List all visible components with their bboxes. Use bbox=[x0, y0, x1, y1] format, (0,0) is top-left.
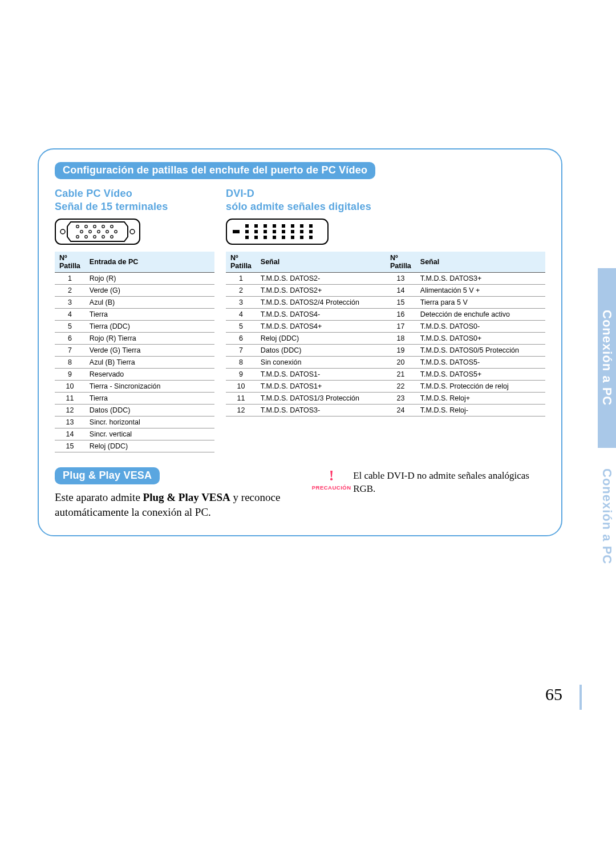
table-row: 6Reloj (DDC) bbox=[226, 333, 386, 345]
pin-signal: Tierra bbox=[85, 393, 214, 405]
svg-rect-30 bbox=[264, 230, 267, 233]
svg-rect-35 bbox=[309, 230, 313, 233]
pin-signal: Rojo (R) bbox=[85, 273, 214, 285]
vga-title: Cable PC Vídeo Señal de 15 terminales bbox=[55, 187, 214, 213]
pin-signal: Reservado bbox=[85, 369, 214, 381]
pin-number: 8 bbox=[55, 357, 85, 369]
pin-number: 24 bbox=[386, 405, 416, 417]
caution-label: PRECAUCIÓN bbox=[312, 484, 351, 491]
svg-rect-19 bbox=[233, 230, 240, 233]
table-row: 2T.M.D.S. DATOS2+ bbox=[226, 285, 386, 297]
table-row: 24T.M.D.S. Reloj- bbox=[386, 405, 545, 417]
pin-number: 19 bbox=[386, 345, 416, 357]
dvi-pin-table-right: Nº Patilla Señal 13T.M.D.S. DATOS3+14Ali… bbox=[386, 252, 545, 417]
pin-signal: Tierra bbox=[85, 309, 214, 321]
table-row: 13Sincr. horizontal bbox=[55, 417, 214, 428]
pin-signal: Alimentación 5 V + bbox=[416, 285, 545, 297]
pin-signal: T.M.D.S. DATOS2/4 Protección bbox=[256, 297, 386, 309]
dvi-th-sig2: Señal bbox=[416, 252, 545, 273]
pin-number: 1 bbox=[226, 273, 256, 285]
pin-signal: Verde (G) bbox=[85, 285, 214, 297]
pin-number: 11 bbox=[55, 393, 85, 405]
pin-number: 6 bbox=[55, 333, 85, 345]
svg-rect-43 bbox=[309, 236, 313, 239]
pin-signal: T.M.D.S. DATOS1+ bbox=[256, 381, 386, 393]
table-row: 8Azul (B) Tierra bbox=[55, 357, 214, 369]
table-row: 1Rojo (R) bbox=[55, 273, 214, 285]
table-row: 22T.M.D.S. Protección de reloj bbox=[386, 381, 545, 393]
svg-rect-22 bbox=[264, 224, 267, 228]
table-row: 4T.M.D.S. DATOS4- bbox=[226, 309, 386, 321]
pin-number: 21 bbox=[386, 369, 416, 381]
vga-th-pin: Nº Patilla bbox=[55, 252, 85, 273]
pin-signal: Sincr. horizontal bbox=[85, 417, 214, 428]
side-tab-active-label: Conexión a PC bbox=[599, 310, 614, 406]
pin-signal: Datos (DDC) bbox=[85, 405, 214, 417]
exclamation-icon: ! bbox=[329, 468, 334, 483]
table-row: 14Sincr. vertical bbox=[55, 428, 214, 440]
table-row: 13T.M.D.S. DATOS3+ bbox=[386, 273, 545, 285]
svg-rect-26 bbox=[300, 224, 303, 228]
dvi-connector-icon bbox=[226, 219, 545, 247]
svg-rect-25 bbox=[291, 224, 294, 228]
table-row: 4Tierra bbox=[55, 309, 214, 321]
pin-signal: T.M.D.S. DATOS2- bbox=[256, 273, 386, 285]
pin-signal: Reloj (DDC) bbox=[256, 333, 386, 345]
pin-number: 15 bbox=[55, 440, 85, 452]
dvi-th-pin: Nº Patilla bbox=[226, 252, 256, 273]
pin-number: 1 bbox=[55, 273, 85, 285]
table-row: 9Reservado bbox=[55, 369, 214, 381]
svg-rect-39 bbox=[273, 236, 276, 239]
svg-rect-28 bbox=[245, 230, 249, 233]
pin-number: 22 bbox=[386, 381, 416, 393]
vesa-pill: Plug & Play VESA bbox=[55, 467, 160, 484]
table-row: 23T.M.D.S. Reloj+ bbox=[386, 393, 545, 405]
pin-signal: T.M.D.S. DATOS0+ bbox=[416, 333, 545, 345]
svg-rect-36 bbox=[245, 236, 249, 239]
table-row: 6Rojo (R) Tierra bbox=[55, 333, 214, 345]
side-tab-inactive: Conexión a PC bbox=[598, 448, 616, 585]
svg-rect-38 bbox=[264, 236, 267, 239]
dvi-th-sig: Señal bbox=[256, 252, 386, 273]
table-row: 3Azul (B) bbox=[55, 297, 214, 309]
side-tab-active: Conexión a PC bbox=[598, 268, 616, 448]
svg-rect-31 bbox=[273, 230, 276, 233]
pin-signal: T.M.D.S. DATOS0/5 Protección bbox=[416, 345, 545, 357]
caution-icon: ! PRECAUCIÓN bbox=[314, 468, 348, 491]
pin-signal: T.M.D.S. DATOS2+ bbox=[256, 285, 386, 297]
pin-number: 9 bbox=[226, 369, 256, 381]
svg-rect-20 bbox=[245, 224, 249, 228]
vga-connector-icon bbox=[55, 219, 214, 247]
table-row: 20T.M.D.S. DATOS5- bbox=[386, 357, 545, 369]
pin-number: 5 bbox=[226, 321, 256, 333]
svg-rect-21 bbox=[254, 224, 258, 228]
pin-number: 23 bbox=[386, 393, 416, 405]
table-row: 10T.M.D.S. DATOS1+ bbox=[226, 381, 386, 393]
pin-signal: T.M.D.S. DATOS3+ bbox=[416, 273, 545, 285]
svg-rect-41 bbox=[291, 236, 294, 239]
pin-signal: T.M.D.S. Reloj- bbox=[416, 405, 545, 417]
pin-number: 14 bbox=[386, 285, 416, 297]
svg-rect-34 bbox=[300, 230, 303, 233]
pin-number: 12 bbox=[226, 405, 256, 417]
pin-number: 17 bbox=[386, 321, 416, 333]
table-row: 11Tierra bbox=[55, 393, 214, 405]
pin-number: 18 bbox=[386, 333, 416, 345]
table-row: 7Datos (DDC) bbox=[226, 345, 386, 357]
page-number-accent bbox=[579, 685, 582, 710]
vga-column: Cable PC Vídeo Señal de 15 terminales bbox=[55, 187, 214, 452]
pin-signal: T.M.D.S. Protección de reloj bbox=[416, 381, 545, 393]
svg-rect-18 bbox=[226, 219, 328, 244]
pin-signal: Sin conexión bbox=[256, 357, 386, 369]
svg-rect-42 bbox=[300, 236, 303, 239]
pin-number: 11 bbox=[226, 393, 256, 405]
table-row: 15Reloj (DDC) bbox=[55, 440, 214, 452]
table-row: 12T.M.D.S. DATOS3- bbox=[226, 405, 386, 417]
pin-signal: Tierra - Sincronización bbox=[85, 381, 214, 393]
svg-rect-40 bbox=[282, 236, 285, 239]
dvi-th-pin2: Nº Patilla bbox=[386, 252, 416, 273]
table-row: 17T.M.D.S. DATOS0- bbox=[386, 321, 545, 333]
vga-pin-table: Nº Patilla Entrada de PC 1Rojo (R)2Verde… bbox=[55, 252, 214, 452]
svg-rect-23 bbox=[273, 224, 276, 228]
caution-block: ! PRECAUCIÓN El cable DVI-D no admite se… bbox=[314, 470, 545, 519]
